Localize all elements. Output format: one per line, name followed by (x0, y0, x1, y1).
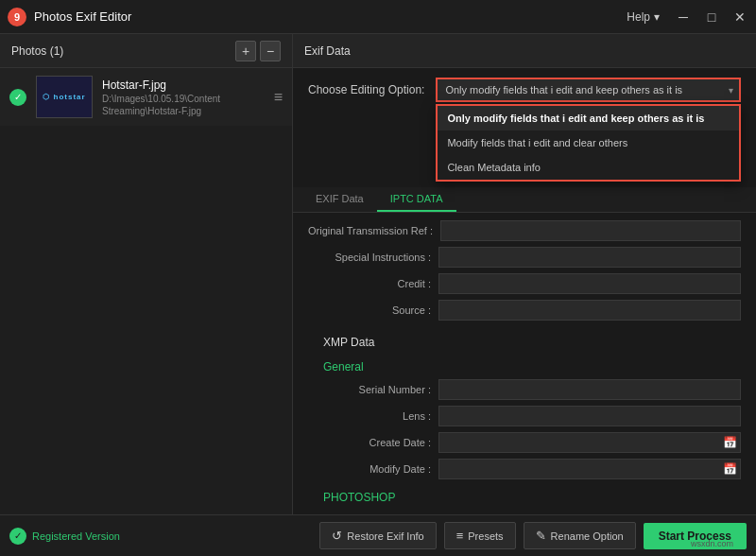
title-bar-left: 9 Photos Exif Editor (8, 8, 131, 26)
file-menu-icon[interactable]: ≡ (274, 89, 283, 106)
editing-select-wrapper: Only modify fields that i edit and keep … (436, 78, 741, 102)
xmp-subsection-header: General (308, 355, 741, 379)
remove-photo-button[interactable]: − (260, 41, 281, 61)
tab-iptc-data[interactable]: IPTC DATA (377, 187, 456, 212)
dropdown-item-2[interactable]: Modify fields that i edit and clear othe… (438, 130, 739, 155)
iptc-input-3[interactable] (438, 300, 741, 321)
hotstar-logo: ⬡ hotstar (37, 77, 92, 117)
presets-icon: ≡ (456, 529, 464, 543)
photoshop-section-header: PHOTOSHOP (308, 485, 741, 510)
editing-option-label: Choose Editing Option: (308, 83, 424, 96)
xmp-field-3: Modify Date : 📅 (308, 459, 741, 479)
add-photo-button[interactable]: + (235, 41, 256, 61)
left-panel: Photos (1) + − ✓ ⬡ hotstar Hotstar-F.jpg… (0, 34, 293, 514)
data-tabs: EXIF Data IPTC DATA (293, 187, 756, 213)
xmp-label-0: Serial Number : (308, 384, 431, 395)
xmp-label-3: Modify Date : (308, 463, 431, 475)
presets-label: Presets (468, 530, 503, 542)
iptc-field-3: Source : (308, 300, 741, 321)
rename-option-button[interactable]: ✎ Rename Option (524, 522, 636, 549)
editing-dropdown-menu: Only modify fields that i edit and keep … (436, 104, 741, 182)
iptc-input-2[interactable] (438, 273, 741, 294)
photo-header-buttons: + − (235, 41, 281, 61)
main-layout: Photos (1) + − ✓ ⬡ hotstar Hotstar-F.jpg… (0, 34, 756, 514)
xmp-input-1[interactable] (438, 406, 741, 426)
app-icon: 9 (8, 8, 26, 26)
xmp-section-header: XMP Data (308, 326, 741, 355)
restore-exif-button[interactable]: ↺ Restore Exif Info (319, 522, 436, 549)
iptc-label-3: Source : (308, 304, 431, 316)
file-path-2: Streaming\Hotstar-F.jpg (102, 106, 265, 116)
bottom-toolbar: ✓ Registered Version ↺ Restore Exif Info… (0, 514, 756, 556)
iptc-input-1[interactable] (438, 247, 741, 268)
modify-date-calendar-icon[interactable]: 📅 (723, 462, 737, 476)
create-date-calendar-icon[interactable]: 📅 (723, 436, 737, 449)
app-title: Photos Exif Editor (34, 9, 131, 24)
restore-icon: ↺ (332, 529, 342, 543)
editing-option-row: Choose Editing Option: Only modify field… (293, 68, 756, 112)
registered-badge: ✓ Registered Version (9, 528, 120, 545)
title-bar-right: Help ▾ ─ □ ✕ (627, 9, 748, 25)
watermark: wsxdn.com (691, 539, 733, 548)
modify-date-wrapper: 📅 (438, 459, 741, 479)
minimize-button[interactable]: ─ (675, 9, 692, 25)
xmp-label-1: Lens : (308, 410, 431, 422)
help-button[interactable]: Help ▾ (627, 10, 660, 24)
restore-label: Restore Exif Info (347, 530, 423, 542)
rename-icon: ✎ (536, 529, 546, 543)
title-bar: 9 Photos Exif Editor Help ▾ ─ □ ✕ (0, 0, 756, 34)
xmp-label-2: Create Date : (308, 437, 431, 448)
exif-panel-title: Exif Data (304, 44, 351, 58)
file-path-1: D:\Images\10.05.19\Content (102, 94, 265, 104)
tab-exif-data[interactable]: EXIF Data (302, 187, 377, 212)
registered-label: Registered Version (32, 530, 120, 542)
maximize-button[interactable]: □ (703, 9, 720, 25)
window-controls: ─ □ ✕ (675, 9, 748, 25)
file-info: Hotstar-F.jpg D:\Images\10.05.19\Content… (102, 78, 265, 116)
iptc-input-0[interactable] (440, 220, 741, 241)
create-date-input[interactable] (438, 432, 741, 453)
dropdown-item-1[interactable]: Only modify fields that i edit and keep … (438, 106, 739, 130)
file-checkbox: ✓ (9, 89, 26, 106)
xmp-field-2: Create Date : 📅 (308, 432, 741, 453)
file-item[interactable]: ✓ ⬡ hotstar Hotstar-F.jpg D:\Images\10.0… (0, 68, 292, 126)
create-date-wrapper: 📅 (438, 432, 741, 453)
presets-button[interactable]: ≡ Presets (444, 522, 516, 549)
iptc-field-0: Original Transmission Ref : (308, 220, 741, 241)
photos-panel-header: Photos (1) + − (0, 34, 292, 68)
iptc-label-2: Credit : (308, 278, 431, 289)
xmp-input-0[interactable] (438, 379, 741, 400)
dropdown-item-3[interactable]: Clean Metadata info (438, 155, 739, 180)
file-thumbnail: ⬡ hotstar (36, 76, 93, 118)
xmp-field-0: Serial Number : (308, 379, 741, 400)
file-name: Hotstar-F.jpg (102, 78, 265, 92)
rename-label: Rename Option (551, 530, 624, 542)
iptc-field-2: Credit : (308, 273, 741, 294)
iptc-label-0: Original Transmission Ref : (308, 225, 433, 236)
modify-date-input[interactable] (438, 459, 741, 479)
iptc-label-1: Special Instructions : (308, 252, 431, 263)
editing-select[interactable]: Only modify fields that i edit and keep … (436, 78, 741, 102)
photos-panel-title: Photos (1) (11, 44, 63, 58)
form-content: Original Transmission Ref : Special Inst… (293, 213, 756, 514)
registered-icon: ✓ (9, 528, 26, 545)
right-panel: Exif Data Choose Editing Option: Only mo… (293, 34, 756, 514)
close-button[interactable]: ✕ (731, 9, 748, 25)
exif-panel-header: Exif Data (293, 34, 756, 68)
iptc-field-1: Special Instructions : (308, 247, 741, 268)
xmp-field-1: Lens : (308, 406, 741, 426)
